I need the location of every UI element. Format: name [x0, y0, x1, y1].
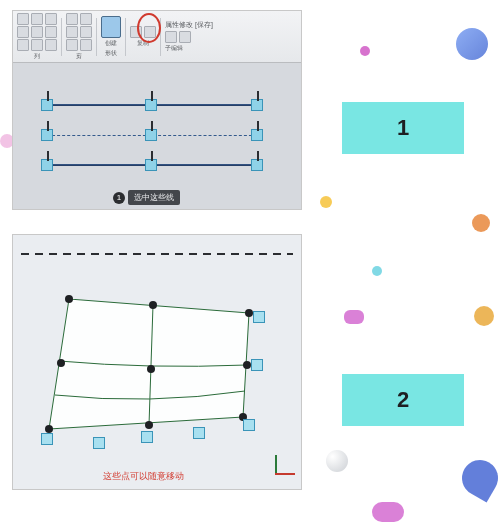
- tool-icon[interactable]: [80, 26, 92, 38]
- subobj-label: 属性修改 [保存]: [165, 20, 213, 30]
- tool-icon[interactable]: [179, 31, 191, 43]
- decor-dot: [474, 306, 494, 326]
- tool-icon[interactable]: [80, 39, 92, 51]
- tool-icon[interactable]: [165, 31, 177, 43]
- tool-icon[interactable]: [17, 26, 29, 38]
- tool-icon[interactable]: [31, 26, 43, 38]
- spline-node[interactable]: [251, 159, 263, 171]
- decor-dot: [372, 266, 382, 276]
- spline-node[interactable]: [145, 99, 157, 111]
- spline-node[interactable]: [251, 359, 263, 371]
- vertex-dot[interactable]: [149, 301, 157, 309]
- ribbon-toolbar: 列 剪 创建 形状 复制: [13, 11, 301, 63]
- spline-node[interactable]: [41, 99, 53, 111]
- step-number: 1: [397, 115, 409, 141]
- copy-label: 复制: [137, 39, 149, 48]
- spline-node[interactable]: [145, 129, 157, 141]
- tool-icon[interactable]: [144, 26, 156, 38]
- separator: [125, 18, 126, 56]
- create-shape-button[interactable]: [101, 16, 121, 38]
- group-label: 子编辑: [165, 44, 183, 53]
- vertex-dot[interactable]: [65, 295, 73, 303]
- tool-icon[interactable]: [17, 39, 29, 51]
- decor-shape: [344, 310, 364, 324]
- shape-label: 形状: [105, 49, 117, 58]
- vertex-dot[interactable]: [147, 365, 155, 373]
- tool-icon[interactable]: [66, 13, 78, 25]
- step1-screenshot: 列 剪 创建 形状 复制: [12, 10, 302, 210]
- spline-node[interactable]: [41, 433, 53, 445]
- spline-node[interactable]: [41, 159, 53, 171]
- vertex-dot[interactable]: [57, 359, 65, 367]
- decor-shape: [455, 453, 500, 502]
- horizon-line: [21, 253, 293, 255]
- decor-shape: [372, 502, 404, 522]
- step2-screenshot: 这些点可以随意移动: [12, 234, 302, 490]
- callout-1: 1 选中这些线: [113, 190, 180, 205]
- group-label: 列: [34, 52, 40, 61]
- tool-icon[interactable]: [31, 39, 43, 51]
- decor-dot: [320, 196, 332, 208]
- ribbon-group-create: 创建 形状: [101, 16, 121, 58]
- tool-icon[interactable]: [17, 13, 29, 25]
- ribbon-group: 列: [17, 13, 57, 61]
- spline-node[interactable]: [41, 129, 53, 141]
- spline-node[interactable]: [251, 99, 263, 111]
- tool-icon[interactable]: [45, 39, 57, 51]
- step-chip-1: 1: [342, 102, 464, 154]
- decor-dot: [472, 214, 490, 232]
- vertex-dot[interactable]: [45, 425, 53, 433]
- surface-svg: [49, 299, 259, 459]
- viewport-top[interactable]: 1 选中这些线: [13, 63, 301, 209]
- spline-node[interactable]: [145, 159, 157, 171]
- spline-node[interactable]: [243, 419, 255, 431]
- tool-icon[interactable]: [66, 39, 78, 51]
- callout-number: 1: [113, 192, 125, 204]
- step-number: 2: [397, 387, 409, 413]
- step-chip-2: 2: [342, 374, 464, 426]
- ribbon-group: 剪: [66, 13, 92, 61]
- tool-icon[interactable]: [80, 13, 92, 25]
- tool-icon[interactable]: [45, 13, 57, 25]
- tool-icon[interactable]: [66, 26, 78, 38]
- axis-y: [275, 455, 277, 475]
- spline-row: [41, 99, 263, 111]
- ribbon-group: 复制: [130, 26, 156, 48]
- axis-x: [275, 473, 295, 475]
- separator: [160, 18, 161, 56]
- separator: [61, 18, 62, 56]
- vertex-dot[interactable]: [245, 309, 253, 317]
- vertex-dot[interactable]: [145, 421, 153, 429]
- spline-node[interactable]: [193, 427, 205, 439]
- tutorial-page: 列 剪 创建 形状 复制: [0, 10, 500, 522]
- decor-sphere: [326, 450, 348, 472]
- tool-icon[interactable]: [130, 26, 142, 38]
- svg-marker-0: [49, 299, 249, 429]
- spline-node[interactable]: [141, 431, 153, 443]
- vertex-dot[interactable]: [243, 361, 251, 369]
- screenshots-column: 列 剪 创建 形状 复制: [12, 10, 302, 490]
- group-label: 剪: [76, 52, 82, 61]
- spline-node[interactable]: [253, 311, 265, 323]
- decor-sphere: [456, 28, 488, 60]
- tool-icon[interactable]: [31, 13, 43, 25]
- tool-icon[interactable]: [45, 26, 57, 38]
- spline-node[interactable]: [251, 129, 263, 141]
- viewport-perspective[interactable]: 这些点可以随意移动: [13, 235, 301, 489]
- annotation-text: 这些点可以随意移动: [103, 470, 184, 483]
- spline-node[interactable]: [93, 437, 105, 449]
- create-label: 创建: [105, 39, 117, 48]
- loft-surface[interactable]: [49, 299, 259, 449]
- spline-row: [41, 159, 263, 171]
- decor-dot: [360, 46, 370, 56]
- spline-row: [41, 129, 263, 141]
- callout-text: 选中这些线: [128, 190, 180, 205]
- ribbon-group: 属性修改 [保存] 子编辑: [165, 20, 297, 53]
- separator: [96, 18, 97, 56]
